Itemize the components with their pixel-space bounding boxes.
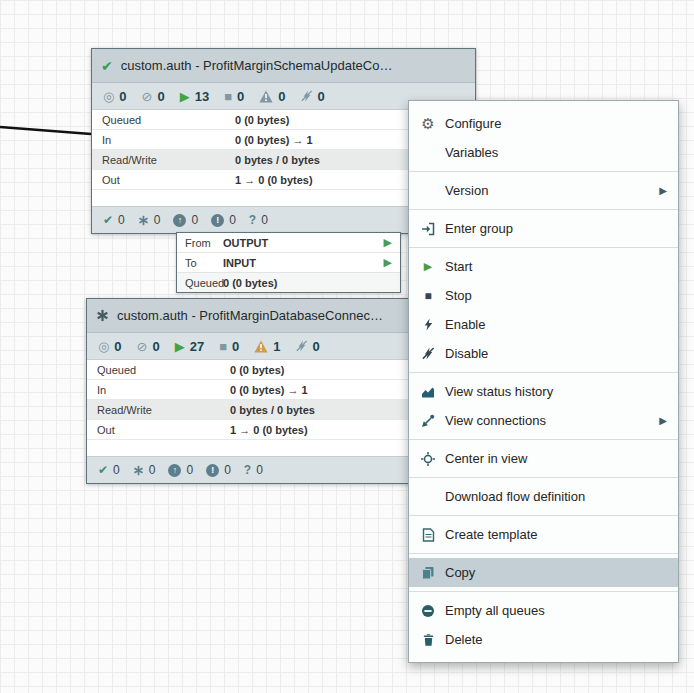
crosshair-icon: [420, 452, 436, 466]
connection-label[interactable]: From OUTPUT ▶ To INPUT ▶ Queued 0 (0 byt…: [176, 232, 401, 293]
stat-disabled: 0: [296, 339, 320, 354]
menu-divider: [409, 209, 678, 210]
menu-divider: [409, 171, 678, 172]
stat-not-transmitting: ⊘ 0: [142, 89, 165, 104]
copy-icon: [420, 566, 436, 580]
menu-item-create-template[interactable]: Create template: [409, 520, 678, 549]
not-transmitting-icon: ⊘: [137, 340, 148, 353]
running-icon: ▶: [180, 90, 190, 103]
enter-group-icon: [420, 222, 436, 236]
stat-stopped: ■ 0: [224, 89, 244, 104]
question-icon: ?: [249, 214, 256, 226]
menu-item-download-flow-definition[interactable]: Download flow definition: [409, 482, 678, 511]
stopped-icon: ■: [219, 340, 227, 353]
vstat-stale: ↑ 0: [168, 463, 193, 477]
connections-icon: [420, 414, 436, 428]
stat-transmitting: ◎ 0: [103, 89, 127, 104]
bolt-slash-icon: [296, 340, 308, 352]
process-group-title: custom.auth - ProfitMarginDatabaseConnec…: [117, 308, 383, 323]
minus-circle-icon: [420, 604, 436, 618]
vstat-stale: ↑ 0: [173, 213, 198, 227]
template-icon: [420, 528, 436, 542]
vstat-sync-failure: ? 0: [249, 213, 268, 227]
bolt-slash-icon: [420, 347, 436, 360]
menu-item-enable[interactable]: Enable: [409, 310, 678, 339]
submenu-chevron-icon: ▶: [659, 416, 667, 426]
vstat-locally-modified: 0: [138, 213, 161, 227]
vstat-locally-modified-stale: ! 0: [211, 213, 236, 227]
connection-to-row[interactable]: To INPUT ▶: [177, 253, 400, 273]
menu-divider: [409, 439, 678, 440]
stat-transmitting: ◎ 0: [98, 339, 122, 354]
menu-divider: [409, 247, 678, 248]
menu-divider: [409, 553, 678, 554]
gear-icon: ⚙: [420, 116, 436, 131]
menu-item-stop[interactable]: ■ Stop: [409, 281, 678, 310]
bolt-slash-icon: [301, 90, 313, 102]
menu-divider: [409, 515, 678, 516]
process-group-title: custom.auth - ProfitMarginSchemaUpdateCo…: [121, 58, 393, 73]
stale-arrow-icon: ↑: [173, 214, 186, 227]
stat-stopped: ■ 0: [219, 339, 239, 354]
transmitting-icon: ◎: [103, 90, 114, 103]
bolt-icon: [420, 318, 436, 331]
check-icon: ✔: [98, 464, 108, 476]
menu-item-center-in-view[interactable]: Center in view: [409, 444, 678, 473]
menu-item-empty-all-queues[interactable]: Empty all queues: [409, 596, 678, 625]
play-icon: ▶: [420, 261, 436, 272]
submenu-chevron-icon: ▶: [659, 186, 667, 196]
alert-icon: !: [206, 464, 219, 477]
not-transmitting-icon: ⊘: [142, 90, 153, 103]
check-icon: ✔: [103, 214, 113, 226]
menu-divider: [409, 372, 678, 373]
chart-icon: [420, 385, 436, 399]
locally-modified-asterisk-icon: [96, 309, 109, 322]
menu-divider: [409, 477, 678, 478]
vstat-locally-modified-stale: ! 0: [206, 463, 231, 477]
menu-item-configure[interactable]: ⚙ Configure: [409, 109, 678, 138]
stat-disabled: 0: [301, 89, 325, 104]
vstat-up-to-date: ✔ 0: [103, 213, 125, 227]
menu-divider: [409, 591, 678, 592]
asterisk-icon: [133, 465, 144, 476]
menu-item-start[interactable]: ▶ Start: [409, 252, 678, 281]
stat-not-transmitting: ⊘ 0: [137, 339, 160, 354]
menu-item-disable[interactable]: Disable: [409, 339, 678, 368]
warning-triangle-icon: [259, 90, 273, 103]
stat-running: ▶ 13: [180, 89, 209, 104]
menu-item-enter-group[interactable]: Enter group: [409, 214, 678, 243]
menu-item-view-status-history[interactable]: View status history: [409, 377, 678, 406]
alert-icon: !: [211, 214, 224, 227]
vstat-locally-modified: 0: [133, 463, 156, 477]
connection-queued-row: Queued 0 (0 bytes): [177, 273, 400, 292]
stat-invalid: 0: [259, 89, 285, 104]
go-to-destination-icon[interactable]: ▶: [384, 257, 392, 268]
menu-item-delete[interactable]: Delete: [409, 625, 678, 654]
asterisk-icon: [138, 215, 149, 226]
go-to-source-icon[interactable]: ▶: [384, 237, 392, 248]
stat-running: ▶ 27: [175, 339, 204, 354]
menu-item-view-connections[interactable]: View connections ▶: [409, 406, 678, 435]
nifi-canvas[interactable]: ✔ custom.auth - ProfitMarginSchemaUpdate…: [0, 0, 694, 693]
stat-invalid: 1: [254, 339, 280, 354]
context-menu: ⚙ Configure Variables Version ▶ Enter gr…: [408, 100, 679, 663]
menu-item-version[interactable]: Version ▶: [409, 176, 678, 205]
vstat-sync-failure: ? 0: [244, 463, 263, 477]
menu-item-copy[interactable]: Copy: [409, 558, 678, 587]
up-to-date-check-icon: ✔: [101, 59, 113, 73]
warning-triangle-icon: [254, 340, 268, 353]
stop-icon: ■: [420, 290, 436, 302]
vstat-up-to-date: ✔ 0: [98, 463, 120, 477]
transmitting-icon: ◎: [98, 340, 109, 353]
process-group-header[interactable]: ✔ custom.auth - ProfitMarginSchemaUpdate…: [92, 49, 475, 83]
stopped-icon: ■: [224, 90, 232, 103]
stale-arrow-icon: ↑: [168, 464, 181, 477]
connection-from-row[interactable]: From OUTPUT ▶: [177, 233, 400, 253]
running-icon: ▶: [175, 340, 185, 353]
menu-item-variables[interactable]: Variables: [409, 138, 678, 167]
trash-icon: [420, 633, 436, 647]
question-icon: ?: [244, 464, 251, 476]
